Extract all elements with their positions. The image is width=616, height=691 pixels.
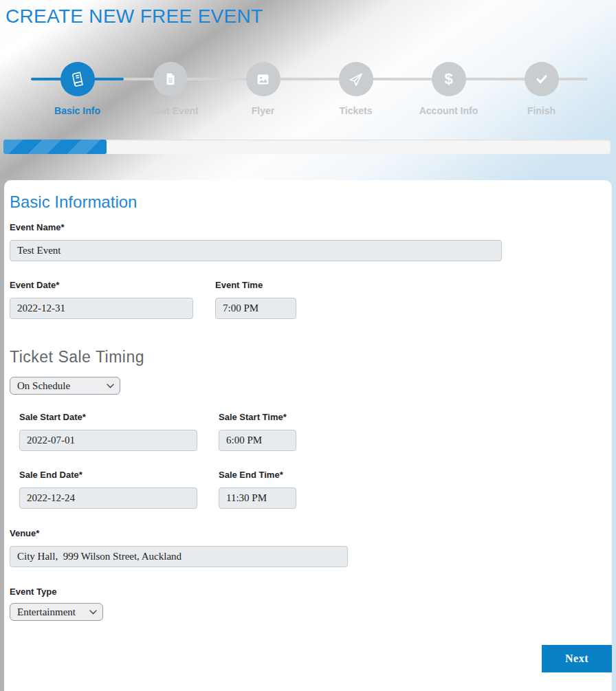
stepper-step-account-info[interactable]: $ Account Info bbox=[402, 62, 495, 116]
step-label: About Event bbox=[142, 105, 198, 116]
dollar-icon: $ bbox=[444, 72, 452, 87]
progress-bar bbox=[3, 140, 610, 154]
chevron-down-icon bbox=[107, 384, 114, 388]
stepper: Basic Info About Event bbox=[31, 62, 588, 116]
book-icon bbox=[68, 69, 87, 88]
step-circle bbox=[339, 62, 373, 96]
sale-end-time-input[interactable] bbox=[219, 487, 296, 509]
stepper-step-flyer[interactable]: Flyer bbox=[217, 62, 309, 116]
page-title: CREATE NEW FREE EVENT bbox=[6, 6, 263, 28]
step-circle bbox=[60, 62, 95, 96]
sale-end-date-label: Sale End Date* bbox=[19, 470, 82, 480]
event-time-input[interactable] bbox=[215, 298, 296, 319]
sale-start-time-label: Sale Start Time* bbox=[219, 412, 287, 422]
venue-label: Venue* bbox=[10, 528, 39, 538]
event-date-input[interactable] bbox=[10, 298, 193, 319]
document-icon bbox=[164, 72, 177, 86]
step-circle bbox=[153, 62, 188, 96]
ticket-sale-timing-heading: Ticket Sale Timing bbox=[10, 348, 144, 366]
stepper-step-basic-info[interactable]: Basic Info bbox=[31, 62, 124, 116]
create-event-page: CREATE NEW FREE EVENT Basic Info bbox=[0, 0, 616, 691]
step-label: Tickets bbox=[340, 105, 373, 116]
sale-start-date-label: Sale Start Date* bbox=[19, 412, 86, 422]
event-name-label: Event Name* bbox=[10, 222, 64, 232]
step-circle bbox=[246, 62, 280, 96]
venue-input[interactable] bbox=[10, 546, 348, 567]
step-label: Basic Info bbox=[54, 105, 100, 116]
stepper-step-tickets[interactable]: Tickets bbox=[309, 62, 402, 116]
section-title: Basic Information bbox=[10, 193, 137, 212]
stepper-step-finish[interactable]: Finish bbox=[495, 62, 588, 116]
sale-schedule-select[interactable]: On Schedule bbox=[10, 377, 120, 395]
step-circle: $ bbox=[432, 62, 466, 96]
sale-start-time-input[interactable] bbox=[219, 430, 296, 451]
sale-end-date-input[interactable] bbox=[19, 487, 197, 509]
stepper-step-about-event[interactable]: About Event bbox=[124, 62, 217, 116]
next-button[interactable]: Next bbox=[542, 645, 612, 672]
step-label: Account Info bbox=[419, 105, 478, 116]
sale-schedule-selected-value: On Schedule bbox=[17, 380, 70, 392]
event-type-selected-value: Entertainment bbox=[17, 606, 76, 618]
check-icon bbox=[534, 72, 549, 87]
progress-bar-fill bbox=[3, 140, 107, 154]
image-icon bbox=[256, 72, 270, 87]
step-label: Finish bbox=[527, 105, 556, 116]
paper-plane-icon bbox=[348, 72, 364, 87]
event-time-label: Event Time bbox=[215, 280, 263, 290]
event-type-label: Event Type bbox=[10, 586, 56, 597]
sale-end-time-label: Sale End Time* bbox=[219, 470, 283, 480]
event-type-select[interactable]: Entertainment bbox=[10, 603, 103, 621]
sale-start-date-input[interactable] bbox=[19, 430, 197, 451]
chevron-down-icon bbox=[89, 610, 97, 615]
form-card: Basic Information Event Name* Event Date… bbox=[4, 180, 612, 691]
event-name-input[interactable] bbox=[10, 240, 502, 261]
step-label: Flyer bbox=[252, 105, 274, 116]
step-circle bbox=[525, 62, 559, 96]
event-date-label: Event Date* bbox=[10, 280, 59, 290]
